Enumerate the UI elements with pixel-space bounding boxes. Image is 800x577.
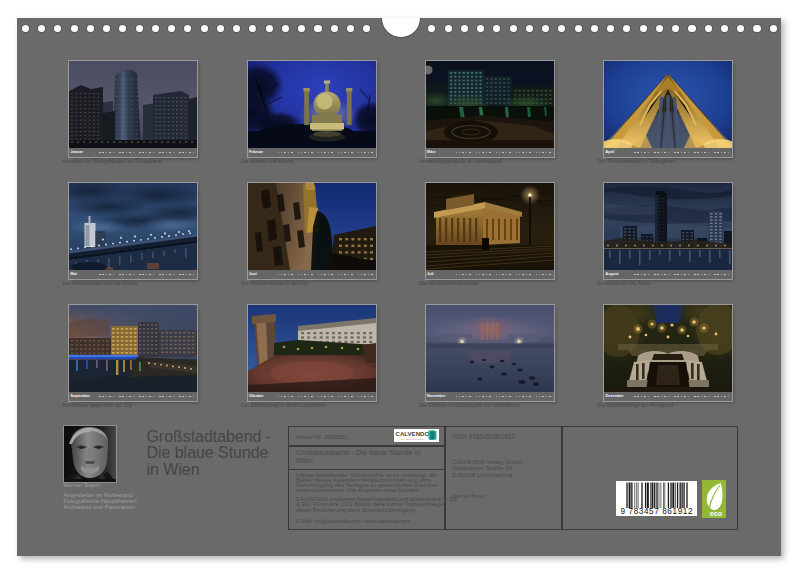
svg-text:eco: eco xyxy=(710,509,723,518)
svg-text:9 783457 861912: 9 783457 861912 xyxy=(621,507,693,516)
